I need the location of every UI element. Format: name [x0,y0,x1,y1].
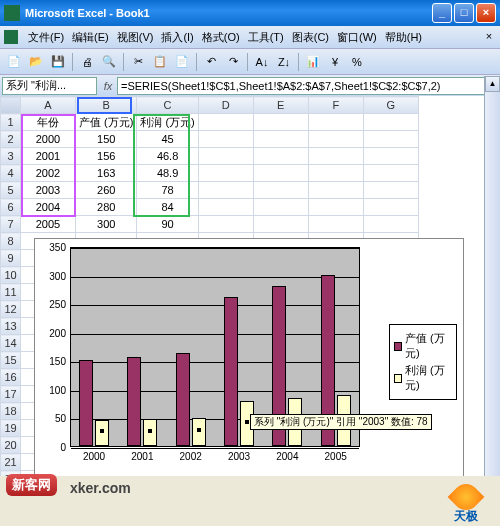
cell[interactable]: 163 [76,165,137,182]
percent-button[interactable]: % [347,52,367,72]
workbook-close-button[interactable]: × [482,30,496,44]
cell[interactable]: 156 [76,148,137,165]
minimize-button[interactable]: _ [432,3,452,23]
embedded-chart[interactable]: 050100150200250300350 200020012002200320… [34,238,464,476]
cell[interactable]: 280 [76,199,137,216]
new-button[interactable]: 📄 [4,52,24,72]
menu-item[interactable]: 文件(F) [24,31,68,43]
column-header[interactable]: F [308,97,363,114]
cell[interactable]: 46.8 [137,148,198,165]
row-header[interactable]: 13 [1,318,21,335]
select-all-corner[interactable] [1,97,21,114]
save-button[interactable]: 💾 [48,52,68,72]
cell[interactable]: 84 [137,199,198,216]
chart-bar[interactable] [79,360,93,446]
fx-button[interactable]: fx [99,80,117,92]
yesky-logo: 天极 [436,484,496,522]
chart-legend[interactable]: 产值 (万元)利润 (万元) [389,324,457,400]
legend-entry[interactable]: 产值 (万元) [394,331,452,361]
row-header[interactable]: 10 [1,267,21,284]
print-button[interactable]: 🖨 [77,52,97,72]
paste-button[interactable]: 📄 [172,52,192,72]
menu-item[interactable]: 工具(T) [244,31,288,43]
row-header[interactable]: 19 [1,420,21,437]
row-header[interactable]: 8 [1,233,21,250]
x-tick-label: 2005 [312,451,360,462]
sort-asc-button[interactable]: A↓ [252,52,272,72]
menu-item[interactable]: 格式(O) [198,31,244,43]
row-header[interactable]: 1 [1,114,21,131]
row-header[interactable]: 7 [1,216,21,233]
row-header[interactable]: 2 [1,131,21,148]
menu-item[interactable]: 图表(C) [288,31,333,43]
column-header[interactable]: B [76,97,137,114]
cell[interactable]: 260 [76,182,137,199]
column-header[interactable]: D [198,97,253,114]
cell[interactable]: 产值 (万元) [76,114,137,131]
scroll-up-button[interactable]: ▲ [485,76,500,92]
menu-item[interactable]: 帮助(H) [381,31,426,43]
cell[interactable]: 2000 [21,131,76,148]
row-header[interactable]: 11 [1,284,21,301]
chart-bar[interactable] [176,353,190,446]
undo-button[interactable]: ↶ [201,52,221,72]
cell[interactable]: 2001 [21,148,76,165]
row-header[interactable]: 17 [1,386,21,403]
y-tick-label: 300 [40,271,66,282]
redo-button[interactable]: ↷ [223,52,243,72]
column-header[interactable]: C [137,97,198,114]
maximize-button[interactable]: □ [454,3,474,23]
cell[interactable]: 2005 [21,216,76,233]
row-header[interactable]: 18 [1,403,21,420]
y-tick-label: 150 [40,356,66,367]
chart-bar[interactable] [224,297,238,446]
menu-item[interactable]: 插入(I) [157,31,197,43]
cell[interactable]: 2004 [21,199,76,216]
cell[interactable]: 2003 [21,182,76,199]
row-header[interactable]: 6 [1,199,21,216]
currency-button[interactable]: ¥ [325,52,345,72]
cell[interactable]: 90 [137,216,198,233]
row-header[interactable]: 9 [1,250,21,267]
row-header[interactable]: 14 [1,335,21,352]
cell[interactable]: 年份 [21,114,76,131]
chart-button[interactable]: 📊 [303,52,323,72]
formula-bar: 系列 "利润... fx =SERIES(Sheet1!$C$1,Sheet1!… [0,74,500,96]
chart-bar[interactable] [127,357,141,446]
workbook-icon[interactable] [4,30,18,44]
row-header[interactable]: 12 [1,301,21,318]
menu-item[interactable]: 视图(V) [113,31,158,43]
chart-tooltip: 系列 "利润 (万元)" 引用 "2003" 数值: 78 [250,414,432,430]
print-preview-button[interactable]: 🔍 [99,52,119,72]
cell[interactable]: 2002 [21,165,76,182]
row-header[interactable]: 16 [1,369,21,386]
cell[interactable]: 150 [76,131,137,148]
copy-button[interactable]: 📋 [150,52,170,72]
row-header[interactable]: 15 [1,352,21,369]
cut-button[interactable]: ✂ [128,52,148,72]
legend-entry[interactable]: 利润 (万元) [394,363,452,393]
column-header[interactable]: A [21,97,76,114]
cell[interactable]: 300 [76,216,137,233]
cell[interactable]: 48.9 [137,165,198,182]
row-header[interactable]: 3 [1,148,21,165]
menu-item[interactable]: 编辑(E) [68,31,113,43]
chart-bar[interactable] [192,418,206,446]
cell[interactable]: 45 [137,131,198,148]
column-header[interactable]: E [253,97,308,114]
open-button[interactable]: 📂 [26,52,46,72]
row-header[interactable]: 21 [1,454,21,471]
row-header[interactable]: 5 [1,182,21,199]
cell[interactable]: 78 [137,182,198,199]
sort-desc-button[interactable]: Z↓ [274,52,294,72]
formula-input[interactable]: =SERIES(Sheet1!$C$1,Sheet1!$A$2:$A$7,She… [117,77,498,95]
row-header[interactable]: 4 [1,165,21,182]
column-header[interactable]: G [363,97,418,114]
worksheet[interactable]: ABCDEFG1年份产值 (万元)利润 (万元)2200015045320011… [0,96,500,476]
menu-item[interactable]: 窗口(W) [333,31,381,43]
close-button[interactable]: × [476,3,496,23]
row-header[interactable]: 20 [1,437,21,454]
vertical-scrollbar[interactable]: ▲ [484,76,500,476]
cell[interactable]: 利润 (万元) [137,114,198,131]
name-box[interactable]: 系列 "利润... [2,77,97,95]
